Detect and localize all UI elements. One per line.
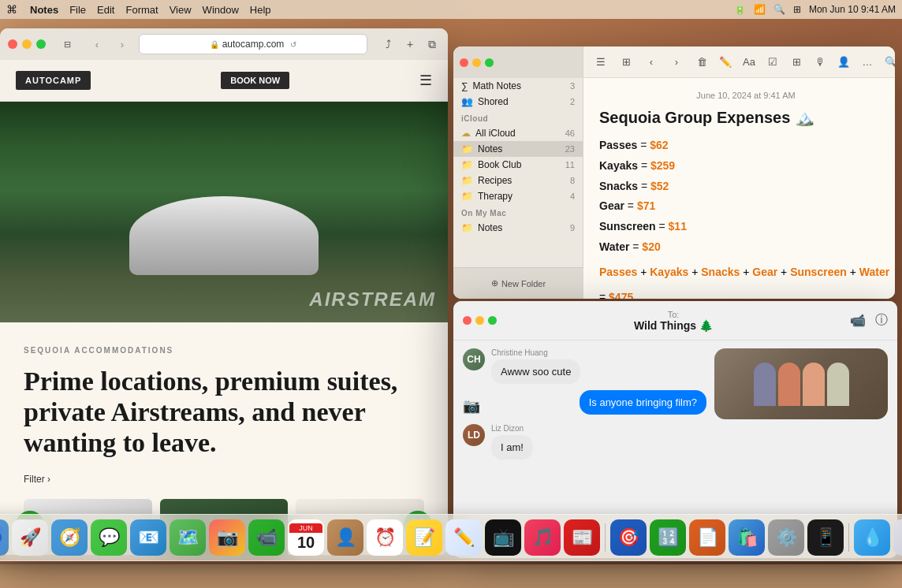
- dock-iphone-mirroring[interactable]: 📱: [807, 519, 844, 556]
- menubar-control-center[interactable]: ⊞: [793, 4, 801, 15]
- message-row-liz: LD Liz Dizon I am!: [463, 424, 706, 460]
- notes-back-icon[interactable]: ‹: [642, 53, 661, 72]
- message-row-me: 📷 Is anyone bringing film?: [463, 390, 706, 415]
- math-notes-item[interactable]: ∑ Math Notes 3: [453, 78, 583, 94]
- menubar-right: 🔋 📶 🔍 ⊞ Mon Jun 10 9:41 AM: [734, 4, 896, 15]
- filter-button[interactable]: Filter ›: [24, 474, 424, 485]
- dock-airdrop[interactable]: 💧: [854, 519, 890, 556]
- shared-count: 2: [570, 97, 575, 106]
- browser-reload-icon[interactable]: ↺: [290, 40, 296, 49]
- notes-audio-icon[interactable]: 🎙: [811, 53, 829, 72]
- dock-safari[interactable]: 🧭: [51, 519, 88, 556]
- book-club-item[interactable]: 📁 Book Club 11: [453, 157, 583, 173]
- christine-message-content: Christine Huang Awww soo cute: [491, 348, 706, 384]
- notes-maximize-button[interactable]: [485, 58, 494, 67]
- sidebar-toggle-icon[interactable]: ⊟: [57, 34, 77, 54]
- shared-item[interactable]: 👥 Shored 2: [453, 94, 583, 110]
- dock-numbers[interactable]: 🔢: [650, 519, 686, 556]
- math-notes-count: 3: [570, 81, 575, 91]
- dock-trash[interactable]: 🗑️: [893, 519, 902, 556]
- notes-icloud-count: 23: [565, 144, 575, 154]
- dock-pages[interactable]: 📄: [689, 519, 725, 556]
- sum-eq-label: =: [599, 291, 609, 299]
- menubar-help[interactable]: Help: [250, 4, 271, 16]
- messages-video-icon[interactable]: 📹: [850, 313, 866, 328]
- menubar-edit[interactable]: Edit: [97, 4, 114, 16]
- browser-maximize-button[interactable]: [36, 39, 46, 49]
- notes-compose-icon[interactable]: ✏️: [716, 53, 735, 72]
- notes-share-icon[interactable]: 👤: [834, 53, 853, 72]
- therapy-icon: 📁: [461, 191, 473, 202]
- messages-info-icon[interactable]: ⓘ: [875, 312, 888, 329]
- notes-minimize-button[interactable]: [472, 58, 481, 67]
- menubar-format[interactable]: Format: [125, 4, 158, 16]
- menubar-view[interactable]: View: [170, 4, 192, 16]
- gear-line: Gear = $71: [599, 197, 893, 216]
- dock-news[interactable]: 📰: [564, 519, 600, 556]
- recipes-icon: 📁: [461, 175, 473, 186]
- note-body[interactable]: Passes = $62 Kayaks = $259 Snacks = $52: [599, 136, 893, 299]
- messages-minimize-button[interactable]: [475, 316, 484, 325]
- reader-mode-icon[interactable]: ⧉: [424, 36, 440, 52]
- sum-plus2: +: [691, 266, 701, 278]
- menubar-search-icon[interactable]: 🔍: [773, 4, 785, 15]
- notes-checklist-icon[interactable]: ☑: [763, 53, 782, 72]
- all-icloud-item[interactable]: ☁ All iCloud 46: [453, 125, 583, 141]
- dock-reminders[interactable]: ⏰: [367, 519, 403, 556]
- sunscreen-line: Sunscreen = $11: [599, 218, 893, 236]
- dock-photos[interactable]: 📷: [209, 519, 245, 556]
- hero-text-overlay: AIRSTREAM: [309, 288, 436, 311]
- dock-app-store[interactable]: 🛍️: [729, 519, 765, 556]
- dock-contacts[interactable]: 👤: [327, 519, 363, 556]
- book-now-button[interactable]: BOOK NOW: [221, 72, 289, 89]
- dock-maps[interactable]: 🗺️: [170, 519, 206, 556]
- new-tab-icon[interactable]: +: [402, 36, 418, 52]
- browser-minimize-button[interactable]: [22, 39, 32, 49]
- therapy-item[interactable]: 📁 Therapy 4: [453, 188, 583, 204]
- dock-calendar[interactable]: JUN 10: [288, 519, 324, 556]
- notes-font-icon[interactable]: Aa: [740, 53, 758, 72]
- new-folder-button[interactable]: ⊕ New Folder: [485, 275, 552, 292]
- sum-passes: Passes: [599, 266, 637, 278]
- dock-messages[interactable]: 💬: [91, 519, 127, 556]
- dock-finder[interactable]: 😊: [0, 519, 9, 556]
- dock-freeform[interactable]: ✏️: [445, 519, 482, 556]
- notes-mac-item[interactable]: 📁 Notes 9: [453, 220, 583, 236]
- apple-menu[interactable]: ⌘: [6, 3, 17, 16]
- therapy-count: 4: [570, 192, 575, 201]
- dock-system-settings[interactable]: ⚙️: [768, 519, 804, 556]
- hamburger-menu-icon[interactable]: ☰: [419, 72, 432, 89]
- dock-keynote[interactable]: 🎯: [610, 519, 647, 556]
- notes-close-button[interactable]: [460, 58, 468, 67]
- menubar-file[interactable]: File: [69, 4, 86, 16]
- notes-grid-view-icon[interactable]: ⊞: [617, 53, 636, 72]
- share-icon[interactable]: ⤴: [380, 36, 396, 52]
- dock-facetime[interactable]: 📹: [248, 519, 285, 556]
- notes-search-icon[interactable]: 🔍: [882, 53, 895, 72]
- recipes-item[interactable]: 📁 Recipes 8: [453, 173, 583, 188]
- browser-back-button[interactable]: ‹: [87, 34, 107, 54]
- dock-music[interactable]: 🎵: [524, 519, 561, 556]
- dock-apple-tv[interactable]: 📺: [485, 519, 521, 556]
- notes-more-icon[interactable]: …: [858, 53, 877, 72]
- dock-mail[interactable]: 📧: [130, 519, 166, 556]
- messages-maximize-button[interactable]: [488, 316, 497, 325]
- notes-list-view-icon[interactable]: ☰: [591, 53, 610, 72]
- notes-mac-icon: 📁: [461, 222, 473, 233]
- messages-close-button[interactable]: [463, 316, 472, 325]
- browser-close-button[interactable]: [8, 39, 17, 49]
- messages-right-buttons: 📹 ⓘ: [850, 312, 888, 329]
- notes-forward-icon[interactable]: ›: [667, 53, 686, 72]
- new-folder-icon: ⊕: [491, 278, 498, 288]
- dock-launchpad[interactable]: 🚀: [12, 519, 48, 556]
- menubar-window[interactable]: Window: [203, 4, 239, 16]
- browser-forward-button[interactable]: ›: [112, 34, 132, 54]
- menubar-datetime: Mon Jun 10 9:41 AM: [809, 4, 896, 15]
- notes-delete-icon[interactable]: 🗑: [692, 53, 711, 72]
- menubar-app-name[interactable]: Notes: [30, 4, 58, 16]
- notes-content-area[interactable]: June 10, 2024 at 9:41 AM Sequoia Group E…: [583, 78, 895, 299]
- browser-address-bar[interactable]: 🔒 autocamp.com ↺: [139, 34, 367, 54]
- dock-notes[interactable]: 📝: [406, 519, 442, 556]
- notes-table-icon[interactable]: ⊞: [787, 53, 806, 72]
- notes-icloud-item[interactable]: 📁 Notes 23: [453, 141, 583, 157]
